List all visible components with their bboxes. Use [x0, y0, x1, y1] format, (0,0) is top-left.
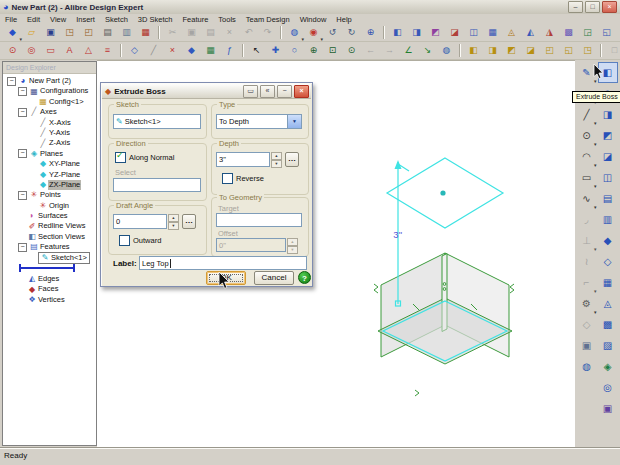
- arc-button[interactable]: ◠▾: [577, 146, 597, 167]
- zoom-extents-button[interactable]: ⊙: [342, 42, 361, 59]
- open-button[interactable]: ▱: [22, 24, 41, 41]
- measure-angle-button[interactable]: ∠: [399, 42, 418, 59]
- new-part-button[interactable]: ◆▾: [3, 24, 22, 41]
- depth-browse-button[interactable]: …: [285, 152, 299, 167]
- draft-angle-browse-button[interactable]: …: [182, 214, 196, 229]
- spinner-up-icon[interactable]: ▴: [271, 152, 282, 160]
- feature-shell-button[interactable]: ◭: [521, 24, 540, 41]
- expander-icon[interactable]: −: [18, 87, 27, 96]
- rotate-right-button[interactable]: ↻: [342, 24, 361, 41]
- spinner-up-icon[interactable]: ▴: [168, 214, 179, 222]
- preview-button[interactable]: ▭: [243, 85, 258, 98]
- import-button[interactable]: ◳: [60, 24, 79, 41]
- tree-item-edges[interactable]: ◭Edges: [3, 274, 96, 284]
- draft-angle-field[interactable]: 0: [113, 214, 167, 229]
- feature-scale-button[interactable]: ◬: [502, 24, 521, 41]
- extrude-cut-button[interactable]: ◪: [598, 146, 618, 167]
- feature-twist-button[interactable]: ◮: [540, 24, 559, 41]
- minimize-button[interactable]: –: [568, 1, 583, 13]
- tree-item-redline-views[interactable]: ✐Redline Views: [3, 221, 96, 231]
- world-view-button[interactable]: ◍: [577, 356, 597, 377]
- draft-button[interactable]: ◬: [598, 293, 618, 314]
- tree-item-xy-plane[interactable]: ◆XY-Plane: [3, 159, 96, 169]
- spinner-down-icon[interactable]: ▾: [168, 222, 179, 230]
- view-iso-button[interactable]: ◧: [464, 42, 483, 59]
- insert-plane-button[interactable]: ◇: [125, 42, 144, 59]
- rollup-button[interactable]: «: [260, 85, 275, 98]
- project-to-sketch-button[interactable]: ▣: [577, 335, 597, 356]
- export-button[interactable]: ◰: [79, 24, 98, 41]
- tree-item-section-views[interactable]: ◧Section Views: [3, 232, 96, 242]
- part-properties-button[interactable]: ▣: [598, 398, 618, 419]
- menu-sketch[interactable]: Sketch: [100, 15, 133, 24]
- type-dropdown[interactable]: To Depth ▼: [216, 114, 302, 129]
- cancel-button[interactable]: Cancel: [254, 271, 294, 285]
- tree-item-faces[interactable]: ◆Faces: [3, 284, 96, 294]
- loft-boss-button[interactable]: ◩: [598, 125, 618, 146]
- spreadsheet-button[interactable]: ▦: [201, 42, 220, 59]
- assembly-insert-button[interactable]: ◩: [426, 24, 445, 41]
- print-preview-button[interactable]: ▥: [117, 24, 136, 41]
- zoom-in-button[interactable]: ⊕: [304, 42, 323, 59]
- select-button[interactable]: ↖: [247, 42, 266, 59]
- tree-item-origin[interactable]: ✳Origin: [3, 201, 96, 211]
- draft-angle-spinner[interactable]: ▴ ▾: [168, 214, 179, 229]
- maximize-button[interactable]: □: [585, 1, 600, 13]
- feature-pattern-button[interactable]: ▦: [483, 24, 502, 41]
- sweep-cut-button[interactable]: ▤: [598, 188, 618, 209]
- color-properties-button[interactable]: ◍▾: [285, 24, 304, 41]
- tree-item-yz-plane[interactable]: ◆YZ-Plane: [3, 170, 96, 180]
- expander-icon[interactable]: −: [7, 77, 16, 86]
- assembly-align-button[interactable]: ◨: [407, 24, 426, 41]
- loft-cut-button[interactable]: ▥: [598, 209, 618, 230]
- close-button[interactable]: ×: [602, 1, 617, 13]
- pattern-linear-button[interactable]: ▩: [598, 314, 618, 335]
- direction-select-field[interactable]: [113, 178, 201, 192]
- measure-distance-button[interactable]: ↘: [418, 42, 437, 59]
- tree-item-surfaces[interactable]: ◗Surfaces: [3, 211, 96, 221]
- expander-icon[interactable]: −: [18, 149, 27, 158]
- chevron-down-icon[interactable]: ▼: [287, 115, 301, 128]
- view-globe-button[interactable]: ◍: [437, 42, 456, 59]
- assembly-mate-button[interactable]: ◧: [388, 24, 407, 41]
- tool-options-button[interactable]: ▩: [559, 24, 578, 41]
- menu-window[interactable]: Window: [295, 15, 332, 24]
- fillet-button[interactable]: ◆: [598, 230, 618, 251]
- equation-editor-button[interactable]: ƒ: [220, 42, 239, 59]
- pattern-circular-button[interactable]: ▨: [598, 335, 618, 356]
- tree-item-configurations[interactable]: −▦Configurations: [3, 86, 96, 96]
- print-button[interactable]: ▤: [98, 24, 117, 41]
- target-field[interactable]: [216, 213, 302, 227]
- outward-checkbox[interactable]: ✓: [119, 235, 130, 246]
- publish-button[interactable]: ▦: [136, 24, 155, 41]
- dialog-titlebar[interactable]: ◆ Extrude Boss ▭ « − ×: [102, 84, 311, 99]
- menu-team-design[interactable]: Team Design: [241, 15, 295, 24]
- sketch-lines-button[interactable]: ≡: [98, 42, 117, 59]
- menu-file[interactable]: File: [0, 15, 22, 24]
- tree-item-vertices[interactable]: ❖Vertices: [3, 295, 96, 305]
- menu-insert[interactable]: Insert: [71, 15, 100, 24]
- rectangle-button[interactable]: ▭▾: [577, 167, 597, 188]
- reverse-checkbox[interactable]: ✓: [222, 173, 233, 184]
- expander-icon[interactable]: −: [18, 243, 27, 252]
- help-button[interactable]: ?: [298, 271, 311, 284]
- view-top-button[interactable]: ◱: [559, 42, 578, 59]
- view-front-button[interactable]: ◨: [483, 42, 502, 59]
- zoom-window-button[interactable]: ⊡: [323, 42, 342, 59]
- tree-item-x-axis[interactable]: ╱X-Axis: [3, 118, 96, 128]
- view-left-button[interactable]: ◪: [521, 42, 540, 59]
- sweep-boss-button[interactable]: ◨: [598, 104, 618, 125]
- tree-item-axes[interactable]: −╱Axes: [3, 107, 96, 117]
- orbit-button[interactable]: ○: [285, 42, 304, 59]
- view-right-button[interactable]: ◰: [540, 42, 559, 59]
- pan-button[interactable]: ✚: [266, 42, 285, 59]
- chamfer-button[interactable]: ◇: [598, 251, 618, 272]
- insert-part-button[interactable]: ◆: [182, 42, 201, 59]
- circle-button[interactable]: ⊙▾: [577, 125, 597, 146]
- sketch-rectangle-button[interactable]: ▭: [41, 42, 60, 59]
- sketch-polygon-button[interactable]: △: [79, 42, 98, 59]
- sketch-field[interactable]: ✎ Sketch<1>: [113, 114, 201, 129]
- tree-item-z-axis[interactable]: ╱Z-Axis: [3, 138, 96, 148]
- tree-item-points[interactable]: −✳Points: [3, 190, 96, 200]
- spinner-down-icon[interactable]: ▾: [271, 160, 282, 168]
